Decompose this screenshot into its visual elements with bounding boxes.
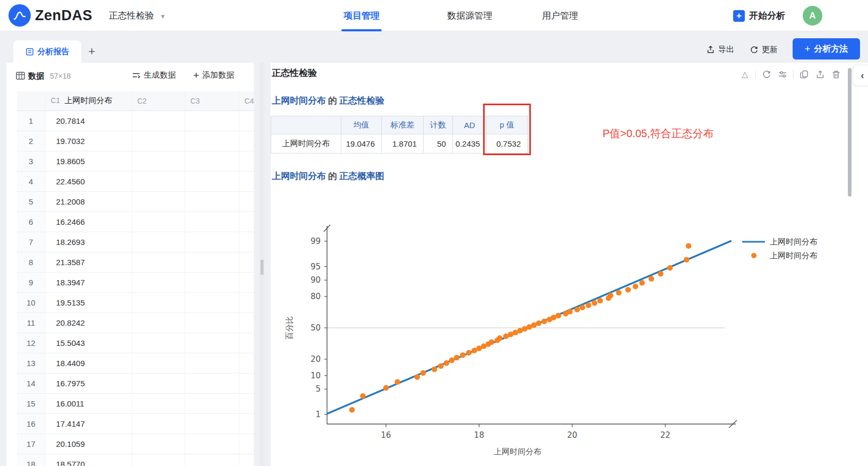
cell-c3[interactable] [185, 232, 239, 252]
cell-c4[interactable] [239, 131, 254, 151]
cell-c1[interactable]: 15.5043 [45, 333, 132, 353]
tab-analysis-report[interactable]: 分析报告 [13, 40, 81, 63]
cell-c1[interactable]: 18.3947 [45, 272, 132, 292]
cell-c1[interactable]: 16.0011 [45, 393, 132, 413]
cell-c3[interactable] [185, 151, 239, 171]
column-header-c3[interactable]: C3 [185, 91, 239, 111]
cell-c1[interactable]: 20.1059 [45, 434, 132, 454]
column-header-c1[interactable]: C1上网时间分布 [45, 91, 132, 111]
cell-c3[interactable] [185, 252, 239, 272]
cell-c4[interactable] [239, 353, 254, 373]
cell-c2[interactable] [132, 373, 185, 393]
cell-c4[interactable] [239, 272, 254, 292]
cell-c2[interactable] [132, 252, 185, 272]
cell-c2[interactable] [132, 131, 185, 151]
cell-c3[interactable] [185, 333, 239, 353]
cell-c1[interactable]: 16.7975 [45, 373, 132, 393]
cell-c1[interactable]: 16.2466 [45, 211, 132, 232]
cell-c4[interactable] [239, 151, 254, 171]
cell-c4[interactable] [239, 171, 254, 191]
cell-c3[interactable] [185, 353, 239, 373]
cell-c4[interactable] [239, 232, 254, 252]
rerun-icon[interactable] [761, 69, 772, 80]
export-section-icon[interactable] [815, 69, 826, 80]
cell-c2[interactable] [132, 413, 185, 434]
copy-icon[interactable] [799, 69, 810, 80]
tab-user-management[interactable]: 用户管理 [539, 0, 581, 31]
new-report-tab-button[interactable]: + [85, 45, 99, 59]
generate-data-button[interactable]: 生成数据 [132, 70, 176, 80]
cell-c3[interactable] [185, 292, 239, 312]
cell-c1[interactable]: 19.5135 [45, 292, 132, 312]
cell-c2[interactable] [132, 171, 185, 191]
y-tick-label: 99 [311, 236, 321, 246]
row-number: 3 [17, 151, 45, 171]
cell-c4[interactable] [239, 373, 254, 393]
refresh-button[interactable]: 更新 [750, 43, 778, 56]
cell-c1[interactable]: 18.4409 [45, 353, 132, 373]
export-button[interactable]: 导出 [706, 43, 734, 56]
cell-c3[interactable] [185, 272, 239, 292]
cell-c2[interactable] [132, 393, 185, 413]
column-header-c2[interactable]: C2 [132, 91, 185, 111]
cell-c1[interactable]: 20.8242 [45, 312, 132, 333]
cell-c2[interactable] [132, 292, 185, 312]
cell-c2[interactable] [132, 111, 185, 131]
cell-c1[interactable]: 20.7814 [45, 111, 132, 131]
cell-c1[interactable]: 18.5770 [45, 454, 132, 466]
avatar[interactable]: A [803, 6, 822, 26]
cell-c2[interactable] [132, 312, 185, 333]
cell-c3[interactable] [185, 434, 239, 454]
cell-c3[interactable] [185, 191, 239, 211]
cell-c2[interactable] [132, 232, 185, 252]
cell-c1[interactable]: 18.2693 [45, 232, 132, 252]
cell-c4[interactable] [239, 413, 254, 434]
cell-c4[interactable] [239, 434, 254, 454]
add-data-button[interactable]: + 添加数据 [193, 70, 234, 80]
tab-project-management[interactable]: 项目管理 [341, 0, 382, 31]
cell-c2[interactable] [132, 353, 185, 373]
collapse-panel-button[interactable]: ‹ [853, 65, 868, 86]
cell-c1[interactable]: 21.3587 [45, 252, 132, 272]
cell-c3[interactable] [185, 111, 239, 131]
start-analysis-button[interactable]: + 开始分析 [733, 0, 785, 31]
panel-splitter[interactable] [260, 63, 264, 466]
cell-c2[interactable] [132, 272, 185, 292]
cell-c4[interactable] [239, 393, 254, 413]
cell-c2[interactable] [132, 151, 185, 171]
cell-c2[interactable] [132, 333, 185, 353]
cell-c4[interactable] [239, 211, 254, 232]
cell-c2[interactable] [132, 211, 185, 232]
cell-c3[interactable] [185, 211, 239, 232]
cell-c3[interactable] [185, 373, 239, 393]
cell-c4[interactable] [239, 111, 254, 131]
cell-c3[interactable] [185, 413, 239, 434]
cell-c1[interactable]: 21.2008 [45, 191, 132, 211]
cell-c1[interactable]: 19.7032 [45, 131, 132, 151]
vertical-scrollbar[interactable] [848, 68, 852, 197]
cell-c1[interactable]: 22.4560 [45, 171, 132, 191]
settings-sliders-icon[interactable] [777, 69, 788, 80]
cell-c4[interactable] [239, 191, 254, 211]
delete-trash-icon[interactable] [831, 69, 841, 80]
add-analysis-method-button[interactable]: + 分析方法 [793, 38, 860, 60]
cell-c4[interactable] [239, 292, 254, 312]
cell-c2[interactable] [132, 454, 185, 466]
tab-datasource-management[interactable]: 数据源管理 [443, 0, 496, 31]
project-dropdown[interactable]: 正态性检验 ▼ [109, 0, 166, 31]
column-header-c4[interactable]: C4 [239, 91, 254, 111]
cell-c2[interactable] [132, 434, 185, 454]
cell-c2[interactable] [132, 191, 185, 211]
cell-c3[interactable] [185, 454, 239, 466]
cell-c4[interactable] [239, 454, 254, 466]
cell-c1[interactable]: 19.8605 [45, 151, 132, 171]
collapse-section-icon[interactable]: △ [740, 69, 750, 80]
cell-c3[interactable] [185, 171, 239, 191]
cell-c3[interactable] [185, 131, 239, 151]
cell-c4[interactable] [239, 333, 254, 353]
cell-c1[interactable]: 17.4147 [45, 413, 132, 434]
cell-c4[interactable] [239, 312, 254, 333]
cell-c3[interactable] [185, 312, 239, 333]
cell-c4[interactable] [239, 252, 254, 272]
cell-c3[interactable] [185, 393, 239, 413]
